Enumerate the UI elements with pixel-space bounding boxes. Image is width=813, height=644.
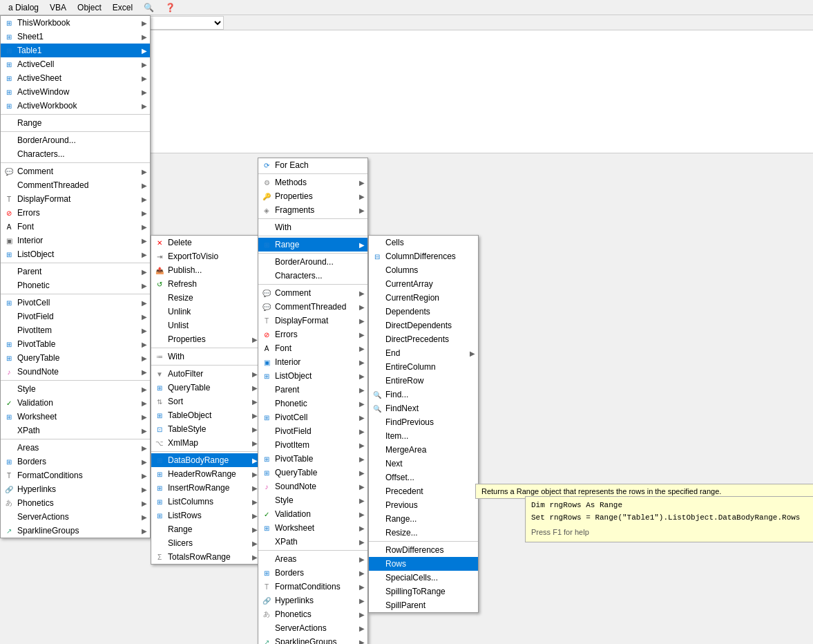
menu3-interior[interactable]: ▣ Interior ▶ — [258, 355, 367, 369]
menu1-areas[interactable]: Areas ▶ — [1, 441, 150, 455]
menu3-formatconditions[interactable]: T FormatConditions ▶ — [258, 580, 367, 594]
menu1-sparklinegroups[interactable]: ↗ SparklineGroups ▶ — [1, 524, 150, 538]
menu2-listrows[interactable]: ⊞ ListRows ▶ — [151, 509, 260, 522]
menu4-findprevious[interactable]: FindPrevious — [369, 415, 478, 429]
menu1-hyperlinks[interactable]: 🔗 Hyperlinks ▶ — [1, 482, 150, 496]
menu4-mergearea[interactable]: MergeArea — [369, 443, 478, 457]
menu2-unlink[interactable]: Unlink — [151, 305, 260, 319]
menu4-spillingtorange[interactable]: SpillingToRange — [369, 585, 478, 598]
menu4-next[interactable]: Next — [369, 457, 478, 471]
menu2-range[interactable]: Range ▶ — [151, 522, 260, 536]
menu3-commentthreaded[interactable]: 💬 CommentThreaded ▶ — [258, 300, 367, 314]
menu1-sheet1[interactable]: ⊞ Sheet1 ▶ — [1, 30, 150, 44]
menu2-listcolumns[interactable]: ⊞ ListColumns ▶ — [151, 495, 260, 509]
menu3-worksheet[interactable]: ⊞ Worksheet ▶ — [258, 521, 367, 535]
menu2-headerrowrange[interactable]: ⊞ HeaderRowRange ▶ — [151, 467, 260, 481]
menu3-comment[interactable]: 💬 Comment ▶ — [258, 286, 367, 300]
menu4-currentarray[interactable]: CurrentArray — [369, 277, 478, 291]
menu4-directprecedents[interactable]: DirectPrecedents — [369, 332, 478, 346]
menu4-spillparent[interactable]: SpillParent — [369, 598, 478, 612]
menu3-querytable[interactable]: ⊞ QueryTable ▶ — [258, 466, 367, 480]
menu1-activeworkbook[interactable]: ⊞ ActiveWorkbook ▶ — [1, 99, 150, 113]
menu2-properties[interactable]: Properties ▶ — [151, 332, 260, 346]
menu3-sparklinegroups[interactable]: ↗ SparklineGroups ▶ — [258, 635, 367, 644]
menu3-characters[interactable]: Characters... — [258, 269, 367, 283]
menu2-with[interactable]: ≔ With — [151, 350, 260, 363]
menu2-databodyrange[interactable]: ⊞ DataBodyRange ▶ — [151, 453, 260, 467]
menu2-delete[interactable]: ✕ Delete — [151, 236, 260, 249]
menu1-activewindow[interactable]: ⊞ ActiveWindow ▶ — [1, 85, 150, 99]
menu1-errors[interactable]: ⊘ Errors ▶ — [1, 206, 150, 220]
menu1-xpath[interactable]: XPath ▶ — [1, 424, 150, 437]
menu3-with[interactable]: With — [258, 220, 367, 234]
menu1-font[interactable]: A Font ▶ — [1, 220, 150, 234]
menu4-rowdifferences[interactable]: RowDifferences — [369, 543, 478, 557]
menu3-pivotcell[interactable]: ⊞ PivotCell ▶ — [258, 410, 367, 424]
menu3-borders[interactable]: ⊞ Borders ▶ — [258, 566, 367, 580]
menu3-pivotitem[interactable]: PivotItem ▶ — [258, 438, 367, 452]
menu3-phonetics[interactable]: あ Phonetics ▶ — [258, 607, 367, 621]
menu2-xmlmap[interactable]: ⌥ XmlMap ▶ — [151, 436, 260, 450]
menu4-entirerow[interactable]: EntireRow — [369, 374, 478, 388]
menu4-rows[interactable]: Rows — [369, 557, 478, 571]
menu2-insertrowrange[interactable]: ⊞ InsertRowRange ▶ — [151, 481, 260, 495]
menu1-table1[interactable]: ⊞ Table1 ▶ — [1, 44, 150, 57]
menu3-methods[interactable]: ⚙ Methods ▶ — [258, 176, 367, 189]
menu1-activesheet[interactable]: ⊞ ActiveSheet ▶ — [1, 71, 150, 85]
menu1-parent[interactable]: Parent ▶ — [1, 265, 150, 278]
menu4-dependents[interactable]: Dependents — [369, 305, 478, 319]
menu4-range[interactable]: Range... — [369, 512, 478, 526]
menu4-find[interactable]: 🔍 Find... — [369, 388, 478, 401]
menu1-displayformat[interactable]: T DisplayFormat ▶ — [1, 192, 150, 206]
menu1-validation[interactable]: ✓ Validation ▶ — [1, 396, 150, 410]
menu-bar-vba[interactable]: VBA — [44, 1, 72, 14]
menu3-properties[interactable]: 🔑 Properties ▶ — [258, 189, 367, 203]
menu1-querytable[interactable]: ⊞ QueryTable ▶ — [1, 351, 150, 365]
menu2-resize[interactable]: Resize — [151, 291, 260, 305]
menu-bar-search[interactable]: 🔍 — [138, 1, 160, 14]
menu3-fragments[interactable]: ◈ Fragments ▶ — [258, 203, 367, 217]
menu1-style[interactable]: Style ▶ — [1, 382, 150, 396]
menu2-tablestyle[interactable]: ⊡ TableStyle ▶ — [151, 422, 260, 436]
menu4-cells[interactable]: Cells — [369, 236, 478, 249]
menu4-item[interactable]: Item... — [369, 429, 478, 443]
menu-bar-object[interactable]: Object — [72, 1, 107, 14]
menu4-specialcells[interactable]: SpecialCells... — [369, 571, 478, 585]
menu3-pivottable[interactable]: ⊞ PivotTable ▶ — [258, 452, 367, 466]
menu4-findnext[interactable]: 🔍 FindNext — [369, 401, 478, 415]
menu1-borderaround[interactable]: BorderAround... — [1, 133, 150, 147]
menu3-parent[interactable]: Parent ▶ — [258, 383, 367, 397]
menu4-offset[interactable]: Offset... — [369, 471, 478, 484]
menu3-listobject[interactable]: ⊞ ListObject ▶ — [258, 369, 367, 383]
menu2-refresh[interactable]: ↺ Refresh — [151, 277, 260, 291]
menu-bar-dialog[interactable]: a Dialog — [3, 1, 44, 14]
menu2-exporttovisio[interactable]: ⇥ ExportToVisio — [151, 249, 260, 263]
menu2-tableobject[interactable]: ⊞ TableObject ▶ — [151, 408, 260, 422]
menu1-worksheet[interactable]: ⊞ Worksheet ▶ — [1, 410, 150, 424]
menu1-soundnote[interactable]: ♪ SoundNote ▶ — [1, 365, 150, 379]
menu3-errors[interactable]: ⊘ Errors ▶ — [258, 328, 367, 341]
menu2-publish[interactable]: 📤 Publish... — [151, 263, 260, 277]
menu3-areas[interactable]: Areas ▶ — [258, 552, 367, 566]
menu4-precedent[interactable]: Precedent — [369, 484, 478, 498]
menu1-pivotfield[interactable]: PivotField ▶ — [1, 310, 150, 323]
menu2-totalsrowrange[interactable]: Σ TotalsRowRange ▶ — [151, 550, 260, 564]
menu3-serveractions[interactable]: ServerActions ▶ — [258, 621, 367, 635]
menu3-pivotfield[interactable]: PivotField ▶ — [258, 424, 367, 438]
menu1-serveractions[interactable]: ServerActions ▶ — [1, 510, 150, 524]
menu1-characters[interactable]: Characters... — [1, 147, 150, 161]
menu1-pivotitem[interactable]: PivotItem ▶ — [1, 323, 150, 337]
menu1-pivottable[interactable]: ⊞ PivotTable ▶ — [1, 337, 150, 351]
menu4-end[interactable]: End ▶ — [369, 346, 478, 360]
menu3-range[interactable]: ⊞ Range ▶ — [258, 238, 367, 252]
menu1-thisworkbook[interactable]: ⊞ ThisWorkbook ▶ — [1, 16, 150, 30]
menu3-foreach[interactable]: ⟳ For Each — [258, 158, 367, 172]
menu3-borderaround[interactable]: BorderAround... — [258, 255, 367, 269]
menu3-validation[interactable]: ✓ Validation ▶ — [258, 507, 367, 521]
menu4-columns[interactable]: Columns — [369, 263, 478, 277]
menu2-querytable[interactable]: ⊞ QueryTable ▶ — [151, 381, 260, 395]
menu2-sort[interactable]: ⇅ Sort ▶ — [151, 395, 260, 408]
menu1-interior[interactable]: ▣ Interior ▶ — [1, 234, 150, 247]
menu3-soundnote[interactable]: ♪ SoundNote ▶ — [258, 480, 367, 493]
menu2-autofilter[interactable]: ▼ AutoFilter ▶ — [151, 367, 260, 381]
